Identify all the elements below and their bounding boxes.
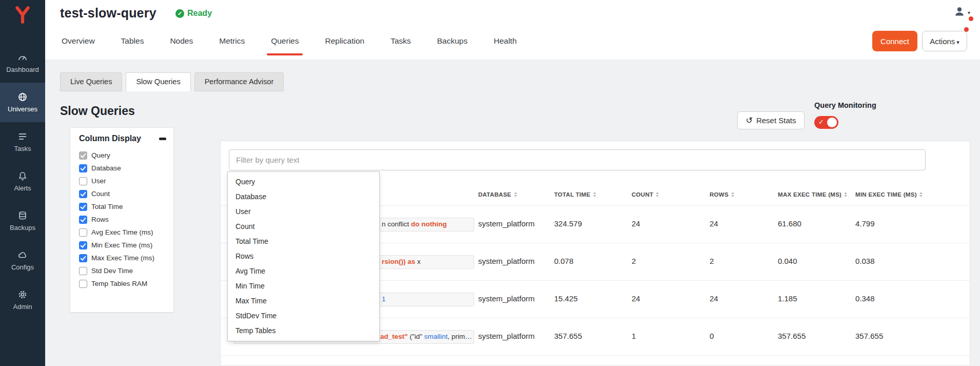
tab-replication[interactable]: Replication [323,36,366,46]
subtab-live-queries[interactable]: Live Queries [60,72,122,91]
reset-stats-button[interactable]: ↺ Reset Stats [737,111,805,129]
checkbox[interactable] [79,228,87,237]
cell-count: 24 [632,219,640,228]
universe-icon [17,92,28,102]
checkbox[interactable] [79,254,87,262]
sort-icons [656,192,659,197]
checkbox[interactable] [79,164,87,172]
dropdown-item-avg-time[interactable]: Avg Time [228,264,379,279]
col-header-min-exec-time[interactable]: MIN EXEC TIME (MS) [855,191,923,198]
status-text: Ready [187,9,212,18]
cell-total-time: 15.425 [554,294,578,303]
dropdown-item-database[interactable]: Database [228,189,379,204]
column-display-options: Query Database User Count Total Time Row… [79,149,168,290]
cell-count: 24 [632,294,640,303]
col-header-database[interactable]: DATABASE [478,191,517,198]
sidebar-item-label: Configs [11,263,34,271]
dropdown-item-count[interactable]: Count [228,219,379,234]
user-avatar-icon [953,5,966,20]
checkbox[interactable] [79,267,87,275]
actions-button[interactable]: Actions▾ [922,31,967,51]
cell-max-exec-time: 1.185 [778,294,797,303]
column-option-rows[interactable]: Rows [79,213,168,226]
sidebar-item-dashboard[interactable]: Dashboard [0,43,45,83]
col-header-count[interactable]: COUNT [632,191,659,198]
column-display-panel: Column Display Query Database User Count… [70,127,174,313]
column-option-std-dev-time[interactable]: Std Dev Time [79,264,168,277]
sort-icons [844,192,847,197]
sidebar: Dashboard Universes Tasks Alerts Backups [0,0,45,366]
gear-icon [17,290,28,300]
toggle-knob [827,118,837,127]
cell-database: system_platform [478,294,535,303]
dropdown-item-total-time[interactable]: Total Time [228,234,379,249]
cell-total-time: 324.579 [554,219,582,228]
subtab-performance-advisor[interactable]: Performance Advisor [194,72,284,91]
cell-rows: 0 [710,332,714,340]
cloud-icon [17,250,28,260]
column-option-count[interactable]: Count [79,187,168,200]
column-option-total-time[interactable]: Total Time [79,200,168,213]
column-display-title: Column Display [79,134,141,143]
checkbox[interactable] [79,151,87,160]
tab-queries[interactable]: Queries [269,36,300,46]
cell-total-time: 357.655 [554,332,582,340]
col-header-max-exec-time[interactable]: MAX EXEC TIME (MS) [778,191,847,198]
sidebar-item-tasks[interactable]: Tasks [0,122,45,162]
tab-health[interactable]: Health [492,36,518,46]
column-option-label: Std Dev Time [91,267,133,275]
column-option-database[interactable]: Database [79,162,168,175]
checkbox[interactable] [79,280,87,288]
tab-nodes[interactable]: Nodes [168,36,194,46]
cell-min-exec-time: 0.038 [855,257,875,265]
tab-metrics[interactable]: Metrics [218,36,246,46]
query-monitoring-toggle[interactable]: ✓ [814,116,838,129]
tab-tasks[interactable]: Tasks [389,36,413,46]
subtab-slow-queries[interactable]: Slow Queries [126,72,190,91]
column-option-avg-exec-time[interactable]: Avg Exec Time (ms) [79,226,168,239]
checkbox[interactable] [79,177,87,185]
column-option-temp-tables-ram[interactable]: Temp Tables RAM [79,277,168,290]
dropdown-item-user[interactable]: User [228,204,379,219]
column-option-query[interactable]: Query [79,149,168,162]
sort-icons [593,192,596,197]
query-filter-input[interactable] [229,149,926,170]
reset-icon: ↺ [746,115,753,125]
query-monitoring-label: Query Monitoring [814,101,876,109]
sidebar-item-label: Dashboard [6,66,39,73]
dropdown-item-temp-tables[interactable]: Temp Tables [228,323,379,338]
sidebar-item-configs[interactable]: Configs [0,241,45,280]
universe-tabs: Overview Tables Nodes Metrics Queries Re… [60,36,541,46]
checkbox[interactable] [79,241,87,249]
dropdown-item-query[interactable]: Query [228,175,379,189]
dropdown-item-stddev-time[interactable]: StdDev Time [228,309,379,323]
tab-backups[interactable]: Backups [436,36,469,46]
column-option-max-exec-time[interactable]: Max Exec Time (ms) [79,252,168,264]
collapse-icon[interactable] [159,138,166,140]
sidebar-item-backups[interactable]: Backups [0,201,45,241]
sidebar-item-admin[interactable]: Admin [0,280,45,320]
checkbox[interactable] [79,190,87,198]
sidebar-item-universes[interactable]: Universes [0,83,45,122]
checkbox[interactable] [79,216,87,224]
dropdown-item-rows[interactable]: Rows [228,249,379,264]
column-option-label: Max Exec Time (ms) [91,254,154,262]
dashboard-icon [17,52,28,63]
page-title: Slow Queries [60,104,135,118]
col-header-rows[interactable]: ROWS [710,191,734,198]
sidebar-item-alerts[interactable]: Alerts [0,162,45,201]
tab-tables[interactable]: Tables [120,36,146,46]
yugabyte-logo[interactable] [0,4,45,28]
tab-overview[interactable]: Overview [60,36,96,46]
user-menu[interactable]: ▾ [953,5,970,20]
col-header-total-time[interactable]: TOTAL TIME [554,191,596,198]
column-option-label: Total Time [91,203,123,210]
dropdown-item-min-time[interactable]: Min Time [228,279,379,294]
tasks-icon [17,131,28,142]
notification-dot [969,16,973,21]
dropdown-item-max-time[interactable]: Max Time [228,294,379,309]
column-option-user[interactable]: User [79,175,168,187]
connect-button[interactable]: Connect [872,31,917,51]
column-option-min-exec-time[interactable]: Min Exec Time (ms) [79,239,168,252]
checkbox[interactable] [79,203,87,211]
